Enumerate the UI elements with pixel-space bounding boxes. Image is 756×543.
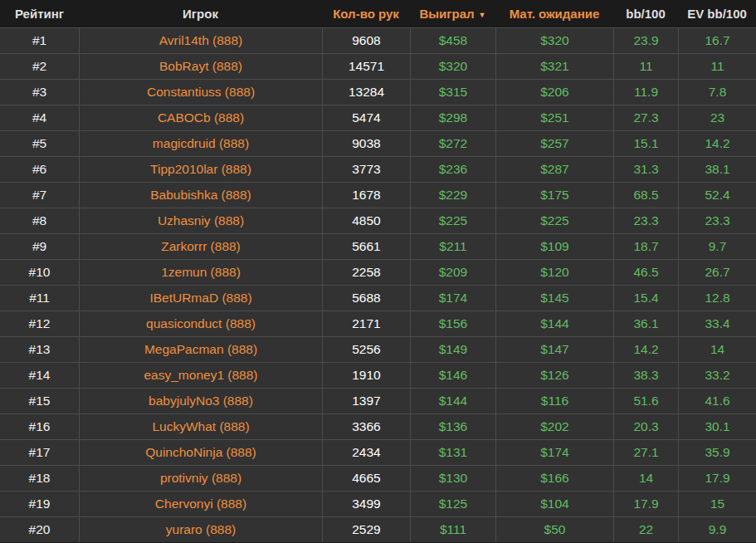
cell-bb100: 14 [613, 466, 678, 491]
cell-rank: #8 [0, 208, 79, 233]
cell-won: $125 [410, 492, 495, 516]
cell-rank: #4 [0, 105, 79, 130]
cell-bb100: 20.3 [613, 414, 678, 439]
col-header-expectation[interactable]: Мат. ожидание [495, 0, 613, 27]
player-link[interactable]: IBetURmaD (888) [79, 286, 322, 311]
cell-won: $111 [410, 517, 495, 542]
cell-evbb100: 14 [678, 337, 756, 362]
leaderboard-table: Рейтинг Игрок Кол-во рук Выиграл ▼ Мат. … [0, 0, 756, 542]
table-row: #19 Chervonyi (888) 3499 $125 $104 17.9 … [0, 491, 756, 516]
cell-evbb100: 52.4 [678, 183, 756, 208]
table-row: #18 protivniy (888) 4665 $130 $166 14 17… [0, 465, 756, 491]
cell-rank: #19 [0, 492, 79, 516]
col-header-rating[interactable]: Рейтинг [0, 0, 79, 27]
cell-hands: 5688 [322, 286, 410, 311]
cell-won: $174 [410, 286, 495, 311]
cell-expectation: $202 [495, 414, 613, 439]
cell-bb100: 18.7 [613, 234, 678, 259]
player-link[interactable]: quasiconduct (888) [79, 311, 322, 336]
cell-won: $131 [410, 440, 495, 465]
cell-bb100: 27.3 [613, 105, 678, 130]
cell-hands: 9038 [322, 131, 410, 156]
col-header-hands[interactable]: Кол-во рук [322, 0, 410, 27]
cell-bb100: 22 [613, 517, 678, 542]
cell-hands: 3773 [322, 157, 410, 182]
cell-won: $225 [410, 208, 495, 233]
cell-won: $130 [410, 466, 495, 491]
cell-won: $144 [410, 389, 495, 413]
cell-won: $211 [410, 234, 495, 259]
cell-hands: 4665 [322, 466, 410, 491]
player-link[interactable]: Babubishka (888) [79, 183, 322, 208]
player-link[interactable]: babyjulyNo3 (888) [79, 389, 322, 413]
cell-hands: 2529 [322, 517, 410, 542]
cell-hands: 9608 [322, 28, 410, 53]
table-row: #2 BobRayt (888) 14571 $320 $321 11 11 [0, 53, 756, 79]
cell-rank: #12 [0, 311, 79, 336]
player-link[interactable]: Chervonyi (888) [79, 492, 322, 516]
cell-hands: 4850 [322, 208, 410, 233]
cell-evbb100: 33.4 [678, 311, 756, 336]
cell-hands: 2171 [322, 311, 410, 336]
col-header-evbb100[interactable]: EV bb/100 [678, 0, 756, 27]
cell-rank: #13 [0, 337, 79, 362]
player-link[interactable]: Uzhasniy (888) [79, 208, 322, 233]
col-header-player[interactable]: Игрок [79, 0, 322, 27]
cell-bb100: 17.9 [613, 492, 678, 516]
cell-hands: 14571 [322, 54, 410, 79]
player-link[interactable]: LuckyWhat (888) [79, 414, 322, 439]
cell-evbb100: 12.8 [678, 286, 756, 311]
cell-evbb100: 7.8 [678, 80, 756, 105]
player-link[interactable]: magicdruid (888) [79, 131, 322, 156]
col-header-won[interactable]: Выиграл ▼ [410, 0, 495, 27]
player-link[interactable]: easy_money1 (888) [79, 363, 322, 388]
cell-expectation: $175 [495, 183, 613, 208]
player-link[interactable]: BobRayt (888) [79, 54, 322, 79]
cell-expectation: $145 [495, 286, 613, 311]
table-row: #7 Babubishka (888) 1678 $229 $175 68.5 … [0, 182, 756, 208]
cell-rank: #6 [0, 157, 79, 182]
cell-rank: #3 [0, 80, 79, 105]
cell-expectation: $174 [495, 440, 613, 465]
player-link[interactable]: Constantiuss (888) [79, 80, 322, 105]
cell-bb100: 11.9 [613, 80, 678, 105]
player-link[interactable]: 1zemun (888) [79, 260, 322, 285]
cell-evbb100: 26.7 [678, 260, 756, 285]
cell-won: $458 [410, 28, 495, 53]
cell-rank: #20 [0, 517, 79, 542]
cell-evbb100: 41.6 [678, 389, 756, 413]
cell-rank: #14 [0, 363, 79, 388]
cell-hands: 3366 [322, 414, 410, 439]
col-header-bb100[interactable]: bb/100 [613, 0, 678, 27]
cell-hands: 1397 [322, 389, 410, 413]
cell-expectation: $321 [495, 54, 613, 79]
player-link[interactable]: MegaPacman (888) [79, 337, 322, 362]
cell-hands: 1910 [322, 363, 410, 388]
table-row: #11 IBetURmaD (888) 5688 $174 $145 15.4 … [0, 285, 756, 311]
player-link[interactable]: QuinchoNinja (888) [79, 440, 322, 465]
cell-rank: #17 [0, 440, 79, 465]
cell-won: $236 [410, 157, 495, 182]
cell-rank: #9 [0, 234, 79, 259]
cell-hands: 2258 [322, 260, 410, 285]
player-link[interactable]: Avril14th (888) [79, 28, 322, 53]
player-link[interactable]: Tipp2010lar (888) [79, 157, 322, 182]
player-link[interactable]: yuraro (888) [79, 517, 322, 542]
cell-rank: #1 [0, 28, 79, 53]
cell-evbb100: 9.9 [678, 517, 756, 542]
cell-expectation: $287 [495, 157, 613, 182]
cell-evbb100: 30.1 [678, 414, 756, 439]
table-row: #20 yuraro (888) 2529 $111 $50 22 9.9 [0, 516, 756, 542]
cell-bb100: 31.3 [613, 157, 678, 182]
player-link[interactable]: protivniy (888) [79, 466, 322, 491]
cell-bb100: 51.6 [613, 389, 678, 413]
table-row: #16 LuckyWhat (888) 3366 $136 $202 20.3 … [0, 413, 756, 439]
cell-rank: #10 [0, 260, 79, 285]
table-row: #1 Avril14th (888) 9608 $458 $320 23.9 1… [0, 27, 756, 53]
player-link[interactable]: CABOCb (888) [79, 105, 322, 130]
cell-evbb100: 35.9 [678, 440, 756, 465]
player-link[interactable]: Zarkorrr (888) [79, 234, 322, 259]
cell-won: $320 [410, 54, 495, 79]
table-row: #9 Zarkorrr (888) 5661 $211 $109 18.7 9.… [0, 233, 756, 259]
cell-rank: #11 [0, 286, 79, 311]
